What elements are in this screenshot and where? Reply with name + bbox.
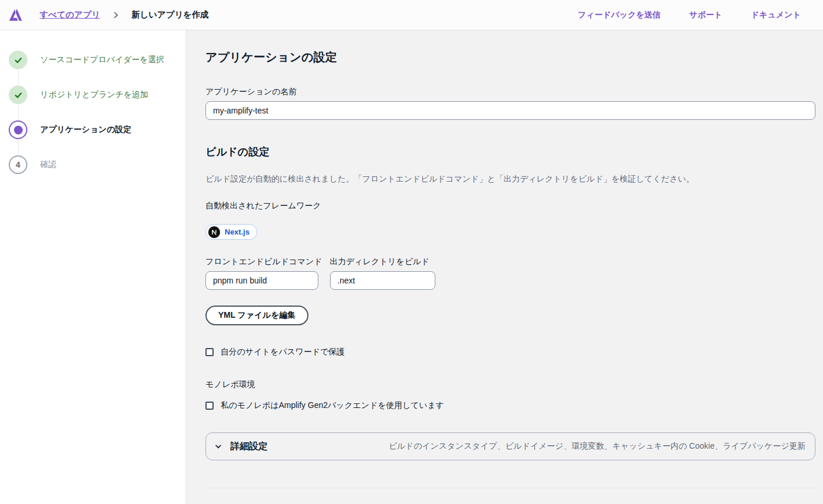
chevron-down-icon <box>214 442 222 450</box>
password-protect-label: 自分のサイトをパスワードで保護 <box>221 347 345 357</box>
monorepo-gen2-row: 私のモノレポはAmplify Gen2バックエンドを使用しています <box>205 400 815 411</box>
topnav-link-documentation[interactable]: ドキュメント <box>751 10 801 20</box>
edit-yml-button[interactable]: YML ファイルを編集 <box>205 306 308 325</box>
footer-divider <box>205 488 815 488</box>
amplify-logo-icon[interactable] <box>8 7 23 23</box>
app-settings-form: アプリケーションの設定 アプリケーションの名前 ビルドの設定 ビルド設定が自動的… <box>186 30 823 504</box>
step-1-select-source-provider[interactable]: ソースコードプロバイダーを選択 <box>9 51 186 69</box>
topnav-link-feedback[interactable]: フィードバックを送信 <box>578 10 661 20</box>
nextjs-logo-icon <box>208 226 220 238</box>
output-directory-label: 出力ディレクトリをビルド <box>330 257 435 267</box>
step-2-add-repository-branch[interactable]: リポジトリとブランチを追加 <box>9 86 186 104</box>
page-title: アプリケーションの設定 <box>205 49 815 65</box>
app-name-input[interactable] <box>205 101 815 120</box>
breadcrumb-current-page: 新しいアプリを作成 <box>132 9 209 20</box>
build-settings-description: ビルド設定が自動的に検出されました。「フロントエンドビルドコマンド」と「出力ディ… <box>205 174 815 184</box>
step-4-review[interactable]: 4 確認 <box>9 155 186 174</box>
step-number-badge: 4 <box>9 155 27 174</box>
framework-name: Next.js <box>225 228 250 236</box>
output-directory-input[interactable] <box>330 271 435 290</box>
topnav-link-support[interactable]: サポート <box>689 10 722 20</box>
advanced-settings-expander[interactable]: 詳細設定 ビルドのインスタンスタイプ、ビルドイメージ、環境変数、キャッシュキー内… <box>205 432 815 460</box>
step-complete-icon <box>9 51 27 69</box>
advanced-settings-description: ビルドのインスタンスタイプ、ビルドイメージ、環境変数、キャッシュキー内の Coo… <box>389 441 806 452</box>
step-complete-icon <box>9 86 27 104</box>
step-current-icon <box>9 120 27 139</box>
build-command-input[interactable] <box>205 271 318 290</box>
build-settings-title: ビルドの設定 <box>205 145 815 159</box>
top-navigation: すべてのアプリ 新しいアプリを作成 フィードバックを送信 サポート ドキュメント <box>0 0 823 30</box>
build-output-directory-field: 出力ディレクトリをビルド <box>330 257 435 290</box>
build-command-label: フロントエンドビルドコマンド <box>205 257 322 267</box>
breadcrumb-all-apps-link[interactable]: すべてのアプリ <box>40 9 100 20</box>
monorepo-section-label: モノレポ環境 <box>205 379 815 390</box>
step-3-app-settings-current[interactable]: アプリケーションの設定 <box>9 120 186 139</box>
step-label: リポジトリとブランチを追加 <box>40 90 148 100</box>
framework-badge-nextjs: Next.js <box>205 224 257 240</box>
detected-framework-label: 自動検出されたフレームワーク <box>205 201 815 211</box>
wizard-steps-sidebar: ソースコードプロバイダーを選択 リポジトリとブランチを追加 アプリケーションの設… <box>0 30 186 504</box>
advanced-settings-title: 詳細設定 <box>230 441 268 453</box>
monorepo-gen2-label: 私のモノレポはAmplify Gen2バックエンドを使用しています <box>221 400 444 411</box>
breadcrumb: すべてのアプリ 新しいアプリを作成 <box>8 7 208 23</box>
app-name-label: アプリケーションの名前 <box>205 87 815 97</box>
breadcrumb-chevron-icon <box>112 11 120 19</box>
topnav-links: フィードバックを送信 サポート ドキュメント <box>578 10 801 20</box>
step-label: ソースコードプロバイダーを選択 <box>40 55 164 65</box>
step-label: 確認 <box>40 159 56 170</box>
step-label: アプリケーションの設定 <box>40 125 132 135</box>
password-protect-checkbox[interactable] <box>205 348 214 356</box>
password-protect-row: 自分のサイトをパスワードで保護 <box>205 347 815 357</box>
frontend-build-command-field: フロントエンドビルドコマンド <box>205 257 322 290</box>
monorepo-gen2-checkbox[interactable] <box>205 402 214 410</box>
